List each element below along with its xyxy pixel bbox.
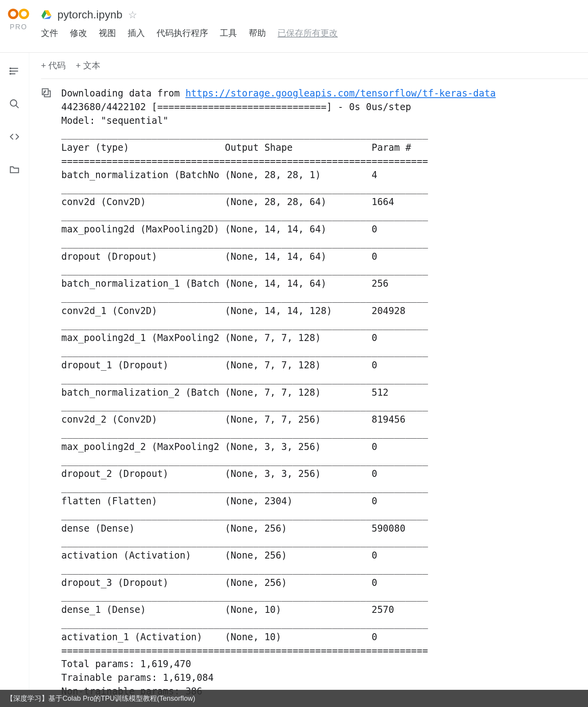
menu-bar: 文件 修改 视图 插入 代码执行程序 工具 帮助 已保存所有更改 <box>41 27 580 39</box>
star-icon[interactable]: ☆ <box>128 9 137 21</box>
menu-edit[interactable]: 修改 <box>70 27 87 39</box>
menu-runtime[interactable]: 代码执行程序 <box>157 27 208 39</box>
pro-badge: PRO <box>10 23 27 31</box>
insert-row: + 代码 + 文本 <box>41 60 588 71</box>
cell-output: Downloading data from https://storage.go… <box>61 87 588 698</box>
menu-tools[interactable]: 工具 <box>220 27 237 39</box>
add-code-button[interactable]: + 代码 <box>41 60 66 71</box>
colab-logo-icon <box>8 7 29 21</box>
search-icon[interactable] <box>8 97 21 111</box>
add-text-button[interactable]: + 文本 <box>76 60 100 71</box>
title-menu-block: pytorch.ipynb ☆ 文件 修改 视图 插入 代码执行程序 工具 帮助… <box>41 4 580 39</box>
menu-help[interactable]: 帮助 <box>249 27 266 39</box>
files-icon[interactable] <box>8 163 21 176</box>
app-header: PRO pytorch.ipynb ☆ 文件 修改 视图 插入 代码执行程序 工… <box>0 0 588 53</box>
menu-insert[interactable]: 插入 <box>128 27 145 39</box>
toc-icon[interactable] <box>8 64 21 78</box>
left-sidebar <box>0 53 29 698</box>
svg-point-7 <box>10 73 11 74</box>
svg-point-1 <box>20 10 28 18</box>
notebook-content: + 代码 + 文本 Downloading data from https://… <box>29 53 588 698</box>
svg-point-5 <box>10 68 11 69</box>
menu-file[interactable]: 文件 <box>41 27 58 39</box>
main-area: + 代码 + 文本 Downloading data from https://… <box>0 53 588 698</box>
footer-caption: 【深度学习】基于Colab Pro的TPU训练模型教程(Tensorflow) <box>6 694 195 698</box>
output-cell: Downloading data from https://storage.go… <box>41 79 588 698</box>
title-row: pytorch.ipynb ☆ <box>41 4 580 21</box>
colab-logo-block: PRO <box>8 4 29 31</box>
svg-point-8 <box>11 100 17 106</box>
google-drive-icon <box>41 9 52 20</box>
svg-line-9 <box>16 105 19 108</box>
svg-point-6 <box>10 71 11 71</box>
code-snippets-icon[interactable] <box>8 130 21 143</box>
footer-bar: 【深度学习】基于Colab Pro的TPU训练模型教程(Tensorflow) <box>0 690 588 698</box>
document-title[interactable]: pytorch.ipynb <box>57 9 123 21</box>
save-status[interactable]: 已保存所有更改 <box>278 27 338 39</box>
svg-point-0 <box>9 10 17 18</box>
cell-output-indicator-icon[interactable] <box>41 87 54 99</box>
download-url-link[interactable]: https://storage.googleapis.com/tensorflo… <box>185 88 496 99</box>
menu-view[interactable]: 视图 <box>99 27 116 39</box>
